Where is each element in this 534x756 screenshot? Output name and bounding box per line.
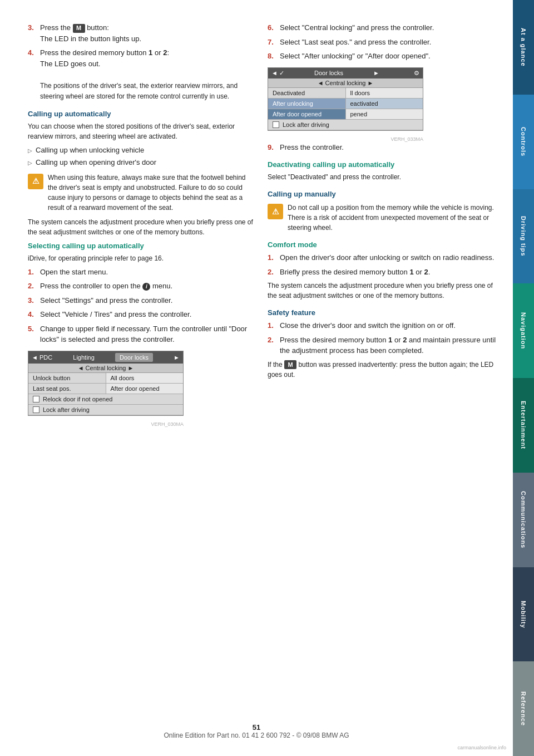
select-step-3-text: Select "Settings" and press the controll… [40, 295, 256, 306]
ui-header-mid: Lighting [73, 354, 95, 361]
page-number: 51 [0, 723, 513, 732]
deactivating-heading: Deactivating calling up automatically [268, 160, 496, 169]
system-cancels-2: The system cancels the adjustment proced… [268, 281, 496, 301]
step-4-num: 4. [28, 47, 37, 102]
safety-step-2-text: Press the desired memory button 1 or 2 a… [280, 335, 496, 356]
comfort-step-1: 1. Open the driver's door after unlockin… [268, 252, 496, 263]
deactivating-text: Select "Deactivated" and press the contr… [268, 172, 496, 182]
sidebar-tab-driving-tips[interactable]: Driving tips [513, 189, 534, 284]
warning-box-1: ⚠ When using this feature, always make s… [28, 173, 256, 213]
warning-box-2: ⚠ Do not call up a position from the mem… [268, 203, 496, 233]
step-8-text: Select "After unlocking" or "After door … [280, 51, 496, 62]
step-7-text: Select "Last seat pos." and press the co… [280, 37, 496, 48]
main-content: 3. Press the M button: The LED in the bu… [0, 0, 513, 444]
comfort-step-2-num: 2. [268, 267, 276, 278]
step-4-text: Press the desired memory button [40, 48, 146, 57]
step-3-text-suffix: button: [85, 23, 109, 32]
select-step-2: 2. Press the controller to open the i me… [28, 281, 256, 292]
ui-cell-last-seat: Last seat pos. [28, 384, 106, 394]
checkbox-lock2-box[interactable] [273, 121, 279, 128]
step-6: 6. Select "Central locking" and press th… [268, 22, 496, 33]
ui-header-active: Door locks [115, 353, 153, 362]
step-8-num: 8. [268, 51, 276, 62]
select-step-1: 1. Open the start menu. [28, 267, 256, 278]
safety-heading: Safety feature [268, 308, 496, 317]
system-cancels-text: The system cancels the adjustment proced… [28, 217, 256, 237]
step-9-text: Press the controller. [280, 142, 496, 153]
m-button-inline: M [284, 360, 296, 369]
comfort-heading: Comfort mode [268, 240, 496, 249]
step-9-num: 9. [268, 142, 276, 153]
select-step-3-num: 3. [28, 295, 37, 306]
footer-text: Online Edition for Part no. 01 41 2 600 … [0, 732, 513, 739]
calling-up-intro: You can choose when the stored positions… [28, 121, 256, 141]
ui-screen-2-row-1: Deactivated ll doors [268, 88, 423, 99]
step-4: 4. Press the desired memory button 1 or … [28, 47, 256, 102]
step-7-num: 7. [268, 37, 276, 48]
checkbox-lock-label: Lock after driving [43, 406, 90, 413]
step-4-or: or [152, 48, 163, 57]
sidebar: At a glance Controls Driving tips Naviga… [513, 0, 534, 756]
select-step-5: 5. Change to upper field if necessary. T… [28, 323, 256, 345]
step-7: 7. Select "Last seat pos." and press the… [268, 37, 496, 48]
step-8: 8. Select "After unlocking" or "After do… [268, 51, 496, 62]
warning-text-2: Do not call up a position from the memor… [288, 203, 496, 233]
left-column: 3. Press the M button: The LED in the bu… [28, 22, 256, 427]
ui-screen-2-wrap: ◄ ✓ Door locks ► ⚙ ◄ Central locking ► D… [268, 67, 496, 142]
select-step-2-text: Press the controller to open the i menu. [40, 281, 256, 292]
sidebar-tab-mobility[interactable]: Mobility [513, 567, 534, 662]
ui-screen-2-caption: VERH_033MA [268, 136, 423, 142]
sidebar-tab-controls[interactable]: Controls [513, 95, 534, 189]
ui-screen-1-wrap: ◄ PDC Lighting Door locks ► ◄ Central lo… [28, 351, 256, 427]
ui-screen-1-subheader: ◄ Central locking ► [28, 364, 183, 373]
step-6-num: 6. [268, 22, 276, 33]
warning-icon-1: ⚠ [28, 174, 43, 189]
ui-cell-eactivated: eactivated [345, 99, 423, 109]
sidebar-tab-reference[interactable]: Reference [513, 661, 534, 756]
step-6-text: Select "Central locking" and press the c… [280, 22, 496, 33]
ui-checkbox-lock: Lock after driving [28, 405, 183, 415]
select-step-4-text: Select "Vehicle / Tires" and press the c… [40, 309, 256, 320]
step-3-sub: The LED in the button lights up. [40, 35, 141, 43]
ui-screen-1-caption: VERH_030MA [28, 421, 184, 427]
step-3: 3. Press the M button: The LED in the bu… [28, 22, 256, 44]
ui-screen-2-header: ◄ ✓ Door locks ► ⚙ [268, 68, 423, 78]
ui-header-left: ◄ PDC [32, 354, 52, 361]
sidebar-tab-navigation[interactable]: Navigation [513, 283, 534, 378]
info-icon: i [142, 283, 150, 291]
select-step-1-num: 1. [28, 267, 37, 278]
step-3-text-prefix: Press the [40, 23, 73, 32]
checkbox-relock-box[interactable] [33, 396, 39, 402]
sidebar-tab-communications[interactable]: Communications [513, 473, 534, 567]
sidebar-tab-at-a-glance[interactable]: At a glance [513, 0, 534, 95]
calling-manually-heading: Calling up manually [268, 190, 496, 198]
ui-cell-ll-doors: ll doors [345, 88, 423, 98]
ui-checkbox-lock2: Lock after driving [268, 120, 423, 130]
warning-text-1: When using this feature, always make sur… [48, 173, 256, 213]
ui-screen-2-header-left: ◄ ✓ [271, 70, 284, 77]
select-step-5-num: 5. [28, 323, 37, 345]
safety-step-1-num: 1. [268, 320, 276, 331]
bullet-text-2: Calling up when opening driver's door [36, 157, 156, 168]
checkbox-lock-box[interactable] [33, 406, 39, 413]
step-3-content: Press the M button: The LED in the butto… [40, 22, 256, 44]
bullet-arrow-1: ▷ [28, 146, 32, 155]
ui-cell-unlock-btn: Unlock button [28, 373, 106, 383]
ui-screen-1-header: ◄ PDC Lighting Door locks ► [28, 351, 183, 364]
sidebar-tab-entertainment[interactable]: Entertainment [513, 378, 534, 473]
selecting-heading: Selecting calling up automatically [28, 242, 256, 250]
step-4-sub: The LED goes out. [40, 60, 100, 68]
select-step-2-num: 2. [28, 281, 37, 292]
select-step-3: 3. Select "Settings" and press the contr… [28, 295, 256, 306]
bullet-item-2: ▷ Calling up when opening driver's door [28, 157, 256, 168]
comfort-step-2-text: Briefly press the desired memory button … [280, 267, 496, 278]
ui-screen-2: ◄ ✓ Door locks ► ⚙ ◄ Central locking ► D… [268, 67, 423, 131]
m-button-icon: M [73, 24, 85, 33]
step-4-colon: : [167, 48, 169, 57]
warning-icon-2: ⚠ [268, 204, 283, 219]
calling-up-heading: Calling up automatically [28, 110, 256, 118]
ui-screen-2-header-mid: Door locks [314, 70, 343, 76]
bullet-arrow-2: ▷ [28, 159, 32, 167]
ui-cell-after-unlocking: After unlocking [268, 99, 345, 109]
step-4-content: Press the desired memory button 1 or 2: … [40, 47, 256, 102]
